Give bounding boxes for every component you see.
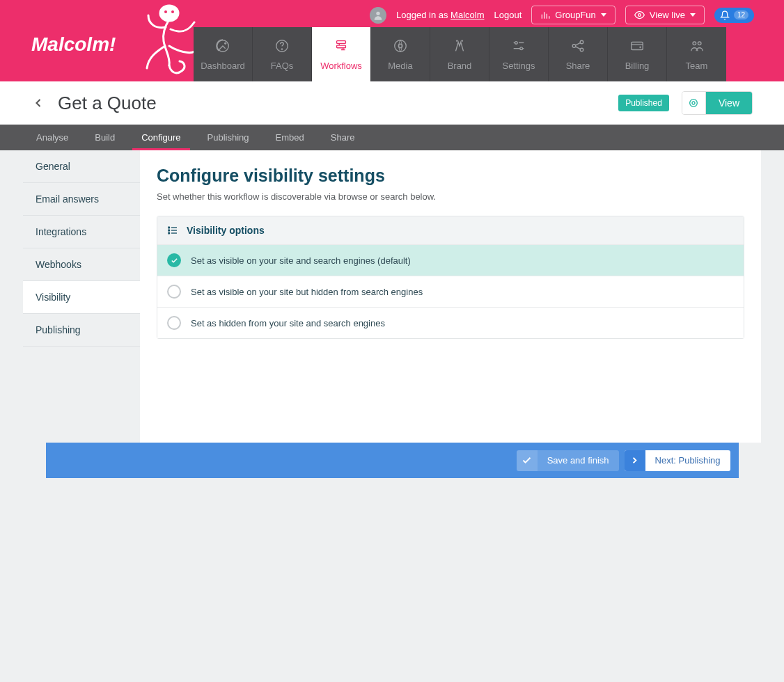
avatar[interactable]: [370, 7, 386, 24]
panel-title: Configure visibility settings: [157, 166, 744, 186]
nav-label: Brand: [448, 61, 472, 71]
sidenav-integrations[interactable]: Integrations: [23, 216, 140, 248]
svg-point-34: [168, 232, 170, 234]
svg-point-3: [376, 11, 379, 15]
chevron-down-icon: [690, 13, 696, 17]
svg-point-27: [698, 42, 701, 45]
svg-point-6: [224, 42, 226, 44]
subtab-share[interactable]: Share: [317, 125, 368, 150]
svg-point-32: [168, 230, 170, 231]
radio-icon: [167, 253, 181, 267]
option-label: Set as hidden from your site and search …: [191, 318, 385, 328]
svg-point-13: [456, 40, 457, 41]
org-name: GroupFun: [555, 10, 596, 20]
nav-faqs[interactable]: FAQs: [253, 27, 312, 81]
bar-chart-icon: [540, 10, 550, 20]
svg-point-25: [640, 46, 641, 47]
check-icon: [517, 450, 538, 471]
nav-label: Settings: [503, 61, 535, 71]
svg-point-29: [690, 100, 698, 107]
nav-label: Media: [388, 61, 412, 71]
svg-point-8: [281, 48, 283, 49]
settings-icon: [511, 38, 526, 54]
nav-label: Workflows: [320, 61, 362, 71]
option-label: Set as visible on your site and search e…: [191, 255, 411, 266]
svg-point-1: [164, 10, 167, 13]
view-live-label: View live: [650, 10, 685, 20]
subtab-embed[interactable]: Embed: [262, 125, 317, 150]
sidenav-publishing[interactable]: Publishing: [23, 314, 140, 347]
nav-label: Share: [566, 61, 590, 71]
nav-label: Billing: [625, 61, 650, 71]
svg-point-0: [160, 6, 178, 21]
view-button-group: View: [682, 91, 753, 115]
sidenav-general[interactable]: General: [23, 150, 140, 183]
subtab-build[interactable]: Build: [81, 125, 128, 150]
view-icon-box[interactable]: [682, 92, 706, 114]
brand-name: Malcolm!: [31, 33, 116, 56]
save-and-finish-button[interactable]: Save and finish: [517, 450, 619, 471]
list-icon: [167, 225, 178, 236]
sidenav-visibility[interactable]: Visibility: [23, 281, 140, 314]
visibility-option-0[interactable]: Set as visible on your site and search e…: [157, 244, 744, 276]
nav-team[interactable]: Team: [667, 27, 726, 81]
svg-rect-24: [632, 42, 643, 49]
svg-point-23: [580, 48, 583, 51]
card-title: Visibility options: [187, 225, 265, 236]
svg-point-18: [520, 47, 523, 49]
svg-point-4: [638, 14, 641, 17]
nav-media[interactable]: Media: [371, 27, 430, 81]
chevron-down-icon: [601, 13, 606, 17]
svg-rect-9: [337, 40, 346, 43]
sidenav-email[interactable]: Email answers: [23, 183, 140, 216]
visibility-option-2[interactable]: Set as hidden from your site and search …: [157, 307, 744, 338]
radio-icon: [167, 316, 181, 330]
svg-point-22: [580, 40, 583, 44]
svg-rect-10: [337, 45, 346, 48]
nav-workflows[interactable]: Workflows: [312, 27, 371, 81]
faqs-icon: [274, 38, 290, 54]
nav-brand[interactable]: Brand: [430, 27, 489, 81]
login-status: Logged in as Malcolm: [396, 10, 484, 20]
notification-count: 12: [734, 10, 748, 19]
nav-share[interactable]: Share: [549, 27, 608, 81]
back-chevron-icon[interactable]: [31, 96, 45, 110]
subtab-analyse[interactable]: Analyse: [23, 125, 81, 150]
nav-dashboard[interactable]: Dashboard: [194, 27, 253, 81]
view-button[interactable]: View: [706, 92, 752, 114]
svg-point-21: [572, 44, 576, 47]
logout-link[interactable]: Logout: [494, 10, 522, 20]
workflows-icon: [334, 38, 349, 54]
dashboard-icon: [215, 38, 230, 54]
next-button-label: Next: Publishing: [645, 450, 730, 471]
visibility-options-card: Visibility options Set as visible on you…: [157, 216, 744, 339]
subtab-publishing[interactable]: Publishing: [194, 125, 262, 150]
chevron-right-icon: [625, 450, 645, 471]
nav-label: Team: [686, 61, 708, 71]
svg-point-11: [395, 40, 407, 51]
org-selector-button[interactable]: GroupFun: [531, 6, 616, 24]
nav-settings[interactable]: Settings: [489, 27, 549, 81]
view-live-button[interactable]: View live: [625, 6, 705, 24]
svg-point-28: [692, 102, 695, 104]
notifications-button[interactable]: 12: [714, 8, 754, 23]
svg-point-2: [171, 10, 174, 13]
page-title: Get a Quote: [58, 93, 157, 114]
svg-point-26: [693, 42, 696, 45]
eye-icon: [688, 97, 699, 109]
brand-icon: [452, 38, 467, 54]
media-icon: [393, 38, 408, 54]
radio-icon: [167, 285, 181, 299]
nav-billing[interactable]: Billing: [608, 27, 667, 81]
user-link[interactable]: Malcolm: [450, 10, 484, 20]
share-icon: [570, 38, 586, 54]
svg-point-14: [462, 40, 463, 41]
visibility-option-1[interactable]: Set as visible on your site but hidden f…: [157, 276, 744, 307]
eye-icon: [634, 10, 645, 20]
sidenav-webhooks[interactable]: Webhooks: [23, 248, 140, 281]
next-button[interactable]: Next: Publishing: [625, 450, 730, 471]
subtab-configure[interactable]: Configure: [128, 125, 194, 150]
team-icon: [689, 38, 705, 54]
status-badge: Published: [618, 95, 669, 111]
bell-icon: [720, 10, 730, 20]
